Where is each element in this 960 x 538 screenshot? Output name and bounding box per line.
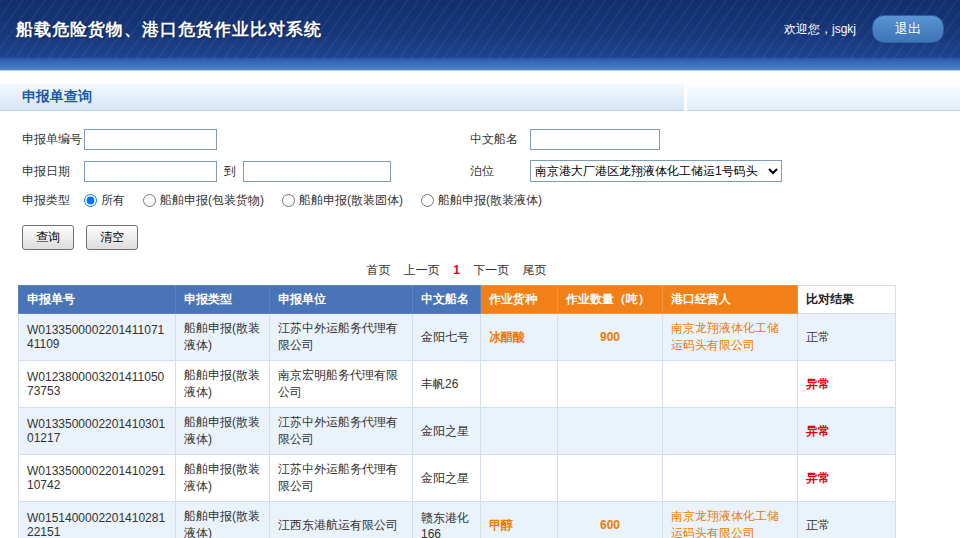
cell-result: 正常 [798, 502, 896, 538]
app-header: 船载危险货物、港口危货作业比对系统 欢迎您，jsgkj 退出 [0, 0, 960, 58]
date-to-input[interactable] [243, 161, 391, 182]
berth-select[interactable]: 南京港大厂港区龙翔液体化工储运1号码头 [530, 160, 782, 182]
table-row: W013350000220141107141109 船舶申报(散装液体) 江苏中… [19, 314, 896, 361]
cell-agent: 江西东港航运有限公司 [270, 502, 413, 538]
cell-qty [558, 408, 663, 455]
berth-label: 泊位 [470, 163, 530, 180]
section-bar: 申报单查询 [0, 84, 960, 111]
cell-type: 船舶申报(散装液体) [176, 361, 270, 408]
radio-all[interactable]: 所有 [84, 192, 125, 209]
cell-decl-no: W015140000220141028122151 [19, 502, 176, 538]
form-row-1: 申报单编号 中文船名 [22, 129, 960, 150]
table-row: W012380000320141105073753 船舶申报(散装液体) 南京宏… [19, 361, 896, 408]
table-row: W013350000220141029110742 船舶申报(散装液体) 江苏中… [19, 455, 896, 502]
col-cargo: 作业货种 [481, 286, 558, 314]
section-right [687, 84, 960, 111]
page-first-link[interactable]: 首页 [366, 263, 390, 277]
date-from-input[interactable] [84, 161, 217, 182]
cell-ship: 金阳之星 [413, 455, 481, 502]
col-ship: 中文船名 [413, 286, 481, 314]
cell-ship: 丰帆26 [413, 361, 481, 408]
table-row: W013350000220141030101217 船舶申报(散装液体) 江苏中… [19, 408, 896, 455]
cell-qty: 900 [558, 314, 663, 361]
page-next-link[interactable]: 下一页 [473, 263, 509, 277]
cell-cargo: 甲醇 [481, 502, 558, 538]
cell-cargo [481, 455, 558, 502]
cell-ship: 金阳七号 [413, 314, 481, 361]
results-table: 申报单号 申报类型 申报单位 中文船名 作业货种 作业数量（吨） 港口经营人 比… [18, 285, 896, 538]
type-label: 申报类型 [22, 192, 84, 209]
cell-qty [558, 455, 663, 502]
section-left: 申报单查询 [0, 84, 684, 111]
page-current: 1 [453, 263, 460, 277]
cell-result: 异常 [798, 361, 896, 408]
radio-bulk-solid[interactable]: 船舶申报(散装固体) [282, 192, 403, 209]
cell-agent: 江苏中外运船务代理有限公司 [270, 455, 413, 502]
type-radio-group: 所有 船舶申报(包装货物) 船舶申报(散装固体) 船舶申报(散装液体) [84, 192, 542, 209]
header-right: 欢迎您，jsgkj 退出 [784, 15, 944, 43]
col-result: 比对结果 [798, 286, 896, 314]
radio-bulk-liquid-label: 船舶申报(散装液体) [438, 192, 542, 209]
logout-button[interactable]: 退出 [872, 15, 944, 43]
ship-name-label: 中文船名 [470, 131, 530, 148]
cell-decl-no: W013350000220141030101217 [19, 408, 176, 455]
cell-operator: 南京龙翔液体化工储运码头有限公司 [663, 502, 798, 538]
header-strip [0, 58, 960, 71]
cell-agent: 南京宏明船务代理有限公司 [270, 361, 413, 408]
col-type: 申报类型 [176, 286, 270, 314]
radio-packaged-input[interactable] [143, 194, 156, 207]
form-actions: 查询 清空 [0, 219, 960, 250]
cell-decl-no: W013350000220141107141109 [19, 314, 176, 361]
cell-ship: 金阳之星 [413, 408, 481, 455]
pagination: 首页 上一页 1 下一页 尾页 [18, 262, 895, 279]
form-row-3: 申报类型 所有 船舶申报(包装货物) 船舶申报(散装固体) 船舶申报(散装液体) [22, 192, 960, 209]
app-title: 船载危险货物、港口危货作业比对系统 [16, 18, 322, 41]
table-row: W015140000220141028122151 船舶申报(散装液体) 江西东… [19, 502, 896, 538]
cell-operator: 南京龙翔液体化工储运码头有限公司 [663, 314, 798, 361]
col-decl-no: 申报单号 [19, 286, 176, 314]
cell-operator [663, 361, 798, 408]
radio-bulk-liquid-input[interactable] [421, 194, 434, 207]
cell-qty: 600 [558, 502, 663, 538]
cell-type: 船舶申报(散装液体) [176, 455, 270, 502]
page-last-link[interactable]: 尾页 [523, 263, 547, 277]
cell-qty [558, 361, 663, 408]
cell-cargo [481, 408, 558, 455]
cell-cargo: 冰醋酸 [481, 314, 558, 361]
welcome-text: 欢迎您，jsgkj [784, 21, 856, 38]
cell-operator [663, 455, 798, 502]
decl-no-input[interactable] [84, 129, 217, 150]
cell-type: 船舶申报(散装液体) [176, 502, 270, 538]
col-qty: 作业数量（吨） [558, 286, 663, 314]
clear-button[interactable]: 清空 [86, 225, 138, 250]
radio-bulk-solid-label: 船舶申报(散装固体) [299, 192, 403, 209]
radio-all-label: 所有 [101, 192, 125, 209]
cell-agent: 江苏中外运船务代理有限公司 [270, 314, 413, 361]
cell-ship: 赣东港化166 [413, 502, 481, 538]
radio-bulk-solid-input[interactable] [282, 194, 295, 207]
cell-decl-no: W012380000320141105073753 [19, 361, 176, 408]
query-button[interactable]: 查询 [22, 225, 74, 250]
col-agent: 申报单位 [270, 286, 413, 314]
cell-operator [663, 408, 798, 455]
table-header-row: 申报单号 申报类型 申报单位 中文船名 作业货种 作业数量（吨） 港口经营人 比… [19, 286, 896, 314]
cell-result: 正常 [798, 314, 896, 361]
cell-type: 船舶申报(散装液体) [176, 408, 270, 455]
radio-bulk-liquid[interactable]: 船舶申报(散装液体) [421, 192, 542, 209]
ship-name-input[interactable] [530, 129, 660, 150]
radio-packaged[interactable]: 船舶申报(包装货物) [143, 192, 264, 209]
cell-type: 船舶申报(散装液体) [176, 314, 270, 361]
date-to-label: 到 [224, 163, 236, 180]
cell-cargo [481, 361, 558, 408]
page-title: 申报单查询 [22, 88, 92, 106]
form-row-2: 申报日期 到 泊位 南京港大厂港区龙翔液体化工储运1号码头 [22, 160, 960, 182]
date-label: 申报日期 [22, 163, 84, 180]
cell-agent: 江苏中外运船务代理有限公司 [270, 408, 413, 455]
query-form: 申报单编号 中文船名 申报日期 到 泊位 南京港大厂港区龙翔液体化工储运1号码头… [0, 111, 960, 209]
cell-result: 异常 [798, 455, 896, 502]
cell-result: 异常 [798, 408, 896, 455]
page-prev-link[interactable]: 上一页 [404, 263, 440, 277]
radio-all-input[interactable] [84, 194, 97, 207]
col-operator: 港口经营人 [663, 286, 798, 314]
radio-packaged-label: 船舶申报(包装货物) [160, 192, 264, 209]
